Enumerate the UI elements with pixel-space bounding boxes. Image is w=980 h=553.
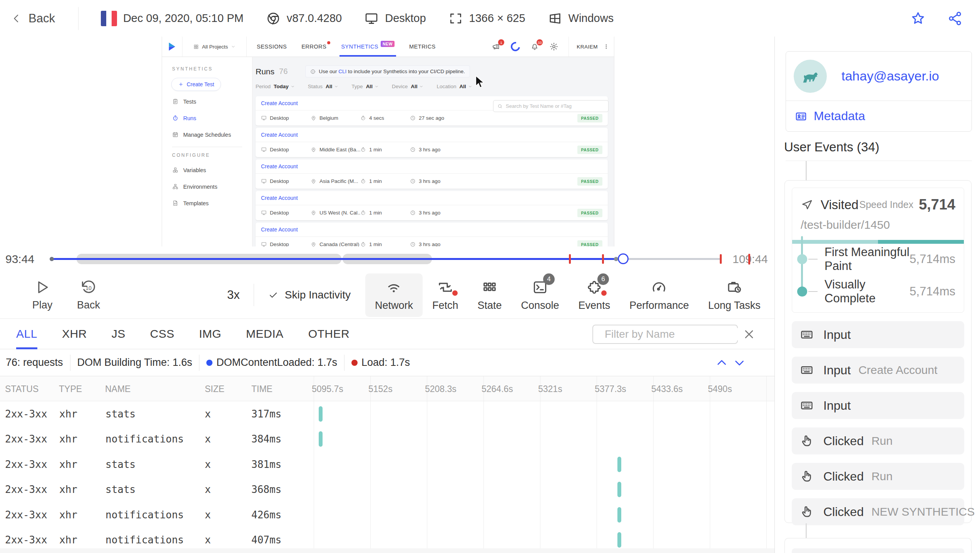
skip-inactivity-toggle[interactable]: Skip Inactivity xyxy=(268,289,351,301)
france-flag-icon xyxy=(101,11,117,26)
col-type: TYPE xyxy=(59,384,82,394)
waterfall-bar xyxy=(617,457,621,472)
sidebar-item-templates[interactable]: Templates xyxy=(162,195,252,211)
previous-card-edge xyxy=(786,161,972,161)
network-request-row[interactable]: 2xx-3xx xhr stats x 368ms xyxy=(0,477,774,503)
metric-dot-icon xyxy=(797,254,807,264)
network-request-row[interactable]: 2xx-3xx xhr notifications x 384ms xyxy=(0,427,774,452)
topbar-divider xyxy=(78,7,79,30)
next-event-group-card xyxy=(784,538,972,553)
run-details-row[interactable]: Desktop Canada (Central) 1 min 3 hrs ago… xyxy=(256,237,608,246)
back-10s-button[interactable]: 10 Back xyxy=(65,279,112,311)
run-test-name-link[interactable]: Create Account xyxy=(256,159,608,174)
panel-toggle-fetch[interactable]: Fetch xyxy=(423,273,468,317)
playhead[interactable] xyxy=(618,253,629,264)
panel-toggle-performance[interactable]: Performance xyxy=(620,273,699,317)
cli-link[interactable]: CLI xyxy=(338,69,346,74)
filter-dropdown[interactable]: Status All xyxy=(308,84,339,89)
network-tab-img[interactable]: IMG xyxy=(199,319,221,349)
filter-dropdown[interactable]: Device All xyxy=(392,84,424,89)
filter-dropdown[interactable]: Period Today xyxy=(256,84,295,89)
project-selector[interactable]: All Projects xyxy=(182,37,247,57)
chevron-down-icon xyxy=(291,84,295,89)
run-details-row[interactable]: Desktop Asia Pacific (M... 1 min 3 hrs a… xyxy=(256,174,608,189)
user-event-clicked[interactable]: Clicked NEW SYNTHETICS xyxy=(792,498,964,525)
run-test-name-link[interactable]: Create Account xyxy=(256,223,608,237)
back-button[interactable]: Back xyxy=(11,12,55,25)
close-panel-icon[interactable] xyxy=(742,327,756,341)
run-test-name-link[interactable]: Create Account xyxy=(256,128,608,142)
network-tab-media[interactable]: MEDIA xyxy=(246,319,284,349)
user-event-input[interactable]: Input xyxy=(792,321,964,348)
sidebar-item-tests[interactable]: Tests xyxy=(162,93,252,110)
sidebar-item-variables[interactable]: Variables xyxy=(162,162,252,178)
panel-toggle-long-tasks[interactable]: Long Tasks xyxy=(699,273,770,317)
time-column-label: 5321s xyxy=(538,384,562,394)
sidebar-item-runs[interactable]: Runs xyxy=(162,110,252,126)
replayed-app-tabs: SESSIONS ERRORS SYNTHETICS NEW METRICS xyxy=(257,37,436,57)
timeline-track[interactable] xyxy=(52,258,722,260)
settings-gear-icon[interactable] xyxy=(549,42,559,51)
location-pin-icon xyxy=(311,210,316,216)
user-email-link[interactable]: tahay@asayer.io xyxy=(841,69,939,84)
jump-up-icon[interactable] xyxy=(714,355,729,370)
panel-toggle-events[interactable]: 6 Events xyxy=(569,273,620,317)
user-event-clicked[interactable]: Clicked Run xyxy=(792,463,964,490)
sidebar-item-environments[interactable]: Environments xyxy=(162,178,252,195)
run-details-row[interactable]: Desktop Belgium 4 secs 27 sec ago PASSED xyxy=(256,111,608,126)
test-search-box[interactable] xyxy=(493,100,609,112)
play-button[interactable]: Play xyxy=(19,279,65,311)
run-details-row[interactable]: Desktop US West (N. Cal... 1 min 3 hrs a… xyxy=(256,205,608,220)
network-tab-js[interactable]: JS xyxy=(112,319,125,349)
test-search-input[interactable] xyxy=(506,103,604,109)
run-test-name-link[interactable]: Create Account xyxy=(256,191,608,205)
panel-toggle-state[interactable]: State xyxy=(468,273,511,317)
time-column-label: 5433.6s xyxy=(651,384,683,394)
replayed-app-tab[interactable]: ERRORS xyxy=(301,37,326,57)
network-request-row[interactable]: 2xx-3xx xhr notifications x 426ms xyxy=(0,502,774,528)
next-row-edge xyxy=(0,548,774,553)
sidebar-item-manage-schedules[interactable]: Manage Schedules xyxy=(162,126,252,143)
filter-dropdown[interactable]: Location All xyxy=(436,84,472,89)
panel-toggle-console[interactable]: 4 Console xyxy=(512,273,569,317)
announcements-icon[interactable]: 1 xyxy=(492,42,501,51)
replayed-app-logo xyxy=(162,37,182,57)
network-tab-xhr[interactable]: XHR xyxy=(62,319,87,349)
run-details-row[interactable]: Desktop Middle East (Ba... 1 min 3 hrs a… xyxy=(256,142,608,157)
rewind-10-icon: 10 xyxy=(80,279,97,296)
visited-event-card[interactable]: Visited Speed Index 5,714 /test-builder/… xyxy=(792,188,964,313)
replayed-app-tab[interactable]: SESSIONS xyxy=(257,37,287,57)
metadata-button[interactable]: Metadata xyxy=(786,101,972,131)
monitor-icon xyxy=(261,178,267,184)
network-table-header: STATUS TYPE NAME SIZE TIME 5095.7s5152s5… xyxy=(0,376,774,401)
network-tab-css[interactable]: CSS xyxy=(150,319,174,349)
skip-inactivity-label: Skip Inactivity xyxy=(285,289,351,301)
replayed-app-tab[interactable]: SYNTHETICS NEW xyxy=(341,37,395,57)
network-filter-input[interactable] xyxy=(605,328,744,340)
notifications-bell-icon[interactable]: 33 xyxy=(530,42,539,51)
speed-toggle[interactable]: 3x xyxy=(227,288,240,302)
page-title: Runs xyxy=(256,67,274,76)
share-icon[interactable] xyxy=(947,10,963,27)
speed-index-value: 5,714 xyxy=(919,196,955,213)
user-event-input[interactable]: Input xyxy=(792,392,964,419)
panel-toggle-network[interactable]: Network xyxy=(365,273,423,317)
timeline-start-dot xyxy=(50,257,54,261)
network-filter-box[interactable] xyxy=(592,325,738,344)
jump-down-icon[interactable] xyxy=(732,355,747,370)
user-event-clicked[interactable]: Clicked Run xyxy=(792,427,964,454)
network-request-row[interactable]: 2xx-3xx xhr stats x 317ms xyxy=(0,401,774,427)
user-event-input[interactable]: Input Create Account xyxy=(792,357,964,384)
user-menu[interactable]: KRAIEM xyxy=(569,37,609,57)
chevron-down-icon xyxy=(468,84,472,89)
favorite-star-icon[interactable] xyxy=(910,10,926,27)
replayed-app-tab[interactable]: METRICS xyxy=(409,37,436,57)
network-request-row[interactable]: 2xx-3xx xhr stats x 381ms xyxy=(0,452,774,477)
run-card: Create Account Desktop Asia Pacific (M..… xyxy=(256,159,608,189)
clock-icon xyxy=(410,241,416,246)
create-test-button[interactable]: Create Test xyxy=(171,78,221,91)
network-tab-all[interactable]: ALL xyxy=(16,319,37,349)
network-request-row[interactable]: 2xx-3xx xhr notifications x 407ms xyxy=(0,528,774,549)
filter-dropdown[interactable]: Type All xyxy=(351,84,379,89)
network-tab-other[interactable]: OTHER xyxy=(308,319,350,349)
